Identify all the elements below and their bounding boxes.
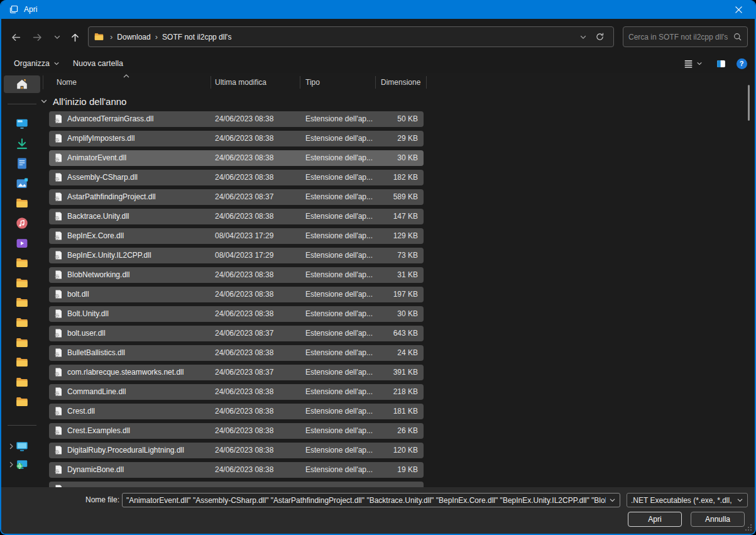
preview-pane-button[interactable]: [713, 55, 729, 72]
home-icon: [15, 77, 29, 91]
file-size: 19 KB: [397, 462, 418, 478]
resize-grip[interactable]: [745, 524, 752, 531]
refresh-button[interactable]: [592, 29, 608, 45]
search-input[interactable]: Cerca in SOTF not il2cpp dll's: [623, 26, 748, 47]
folder-icon: [15, 395, 29, 409]
file-row[interactable]: BepInEx.Core.dll 08/04/2023 17:29 Estens…: [49, 228, 424, 244]
file-modified: 24/06/2023 08:38: [215, 170, 273, 185]
address-bar[interactable]: ›Download›SOTF not il2cpp dll's: [88, 26, 614, 47]
sidebar-item-folder[interactable]: [4, 314, 40, 331]
file-row[interactable]: CommandLine.dll 24/06/2023 08:38 Estensi…: [49, 384, 424, 400]
file-row[interactable]: com.rlabrecque.steamworks.net.dll 24/06/…: [49, 365, 424, 380]
file-size: 129 KB: [393, 228, 418, 244]
sidebar-item-folder[interactable]: [4, 373, 40, 391]
recent-locations-button[interactable]: [48, 28, 67, 47]
file-size: 30 KB: [397, 306, 418, 322]
file-type: Estensione dell'ap...: [305, 326, 373, 341]
breadcrumb-item[interactable]: SOTF not il2cpp dll's: [162, 33, 231, 41]
file-row[interactable]: AstarPathfindingProject.dll 24/06/2023 0…: [49, 189, 424, 205]
address-dropdown-button[interactable]: [576, 29, 592, 45]
file-row[interactable]: AdvancedTerrainGrass.dll 24/06/2023 08:3…: [49, 111, 424, 127]
file-name: bolt.user.dll: [67, 326, 106, 341]
up-button[interactable]: [65, 28, 84, 47]
file-row[interactable]: AmplifyImposters.dll 24/06/2023 08:38 Es…: [49, 131, 424, 146]
column-header-modified[interactable]: Ultima modifica: [211, 77, 270, 88]
breadcrumb-separator: ›: [106, 32, 117, 41]
dll-file-icon: [53, 426, 63, 436]
expand-chevron-icon[interactable]: [8, 443, 15, 450]
breadcrumb-item[interactable]: Download: [117, 33, 150, 41]
forward-button[interactable]: [28, 28, 47, 47]
pictures-icon: [15, 177, 29, 190]
sidebar-item-downloads[interactable]: [4, 135, 40, 153]
this-pc-icon: [15, 439, 29, 453]
column-header-name[interactable]: Nome: [53, 77, 80, 88]
file-row[interactable]: Crest.dll 24/06/2023 08:38 Estensione de…: [49, 404, 424, 419]
sidebar-item-network[interactable]: [4, 456, 40, 473]
view-mode-button[interactable]: [681, 55, 704, 72]
sidebar-item-folder[interactable]: [4, 334, 40, 351]
scrollbar-thumb[interactable]: [748, 85, 750, 121]
column-separator[interactable]: [426, 76, 427, 89]
sidebar-item-documents[interactable]: [4, 155, 40, 172]
file-row[interactable]: Assembly-CSharp.dll 24/06/2023 08:38 Est…: [49, 170, 424, 185]
sidebar-item-folder[interactable]: [4, 393, 40, 411]
file-modified: 24/06/2023 08:38: [215, 267, 273, 283]
sidebar-item-music[interactable]: [4, 214, 40, 232]
file-row-partial[interactable]: [49, 482, 424, 487]
file-size: 30 KB: [397, 150, 418, 166]
file-name: BepInEx.Unity.IL2CPP.dll: [67, 248, 151, 263]
new-folder-button[interactable]: Nuova cartella: [69, 55, 127, 72]
file-row[interactable]: bolt.dll 24/06/2023 08:38 Estensione del…: [49, 287, 424, 302]
file-row[interactable]: bolt.user.dll 24/06/2023 08:37 Estension…: [49, 326, 424, 341]
group-header[interactable]: All'inizio dell'anno: [40, 93, 126, 109]
sidebar-item-folder[interactable]: [4, 353, 40, 371]
file-modified: 24/06/2023 08:38: [215, 111, 273, 127]
dll-file-icon: [53, 250, 63, 260]
file-row[interactable]: BlobNetworking.dll 24/06/2023 08:38 Este…: [49, 267, 424, 283]
file-row[interactable]: DynamicBone.dll 24/06/2023 08:38 Estensi…: [49, 462, 424, 478]
list-scrollbar[interactable]: [747, 74, 751, 487]
column-header-size[interactable]: Dimensione: [377, 77, 424, 88]
sidebar-item-videos[interactable]: [4, 234, 40, 252]
file-row[interactable]: BulletBallistics.dll 24/06/2023 08:38 Es…: [49, 345, 424, 361]
close-button[interactable]: [726, 0, 751, 19]
sidebar-item-folder[interactable]: [4, 294, 40, 311]
file-row[interactable]: BepInEx.Unity.IL2CPP.dll 08/04/2023 17:2…: [49, 248, 424, 263]
file-row[interactable]: Backtrace.Unity.dll 24/06/2023 08:38 Est…: [49, 209, 424, 224]
file-type: Estensione dell'ap...: [305, 423, 373, 439]
file-size: 181 KB: [393, 404, 418, 419]
dll-file-icon: [53, 465, 63, 475]
filename-input[interactable]: "AnimatorEvent.dll" "Assembly-CSharp.dll…: [122, 493, 620, 507]
filetype-select[interactable]: .NET Executables (*.exe, *.dll, *.: [627, 493, 748, 507]
sidebar-divider: [8, 104, 36, 104]
file-list: AdvancedTerrainGrass.dll 24/06/2023 08:3…: [49, 111, 424, 487]
sidebar-item-this-pc[interactable]: [4, 438, 40, 455]
file-size: 24 KB: [397, 345, 418, 361]
sidebar-item-folder[interactable]: [4, 194, 40, 212]
back-button[interactable]: [6, 28, 25, 47]
column-separator[interactable]: [300, 76, 300, 89]
file-row[interactable]: Crest.Examples.dll 24/06/2023 08:38 Este…: [49, 423, 424, 439]
open-button[interactable]: Apri: [628, 512, 682, 527]
help-button[interactable]: ?: [733, 55, 750, 72]
folder-icon: [15, 295, 29, 309]
sidebar-item-folder[interactable]: [4, 274, 40, 292]
dll-file-icon: [53, 192, 63, 202]
column-separator[interactable]: [211, 76, 211, 89]
folder-icon: [15, 316, 29, 329]
column-header-type[interactable]: Tipo: [302, 77, 324, 88]
file-row[interactable]: DigitalRuby.ProceduralLightning.dll 24/0…: [49, 443, 424, 458]
cancel-button[interactable]: Annulla: [691, 512, 745, 527]
file-modified: 24/06/2023 08:38: [215, 384, 273, 400]
app-window-icon: [9, 4, 19, 14]
file-row[interactable]: AnimatorEvent.dll 24/06/2023 08:38 Esten…: [49, 150, 424, 166]
sidebar-item-home[interactable]: [4, 75, 40, 93]
organize-button[interactable]: Organizza: [10, 55, 63, 72]
column-separator[interactable]: [375, 76, 376, 89]
sidebar-item-desktop[interactable]: [4, 115, 40, 133]
sidebar-item-folder[interactable]: [4, 254, 40, 272]
expand-chevron-icon[interactable]: [8, 461, 15, 468]
file-row[interactable]: Bolt.Unity.dll 24/06/2023 08:38 Estensio…: [49, 306, 424, 322]
sidebar-item-pictures[interactable]: [4, 175, 40, 192]
